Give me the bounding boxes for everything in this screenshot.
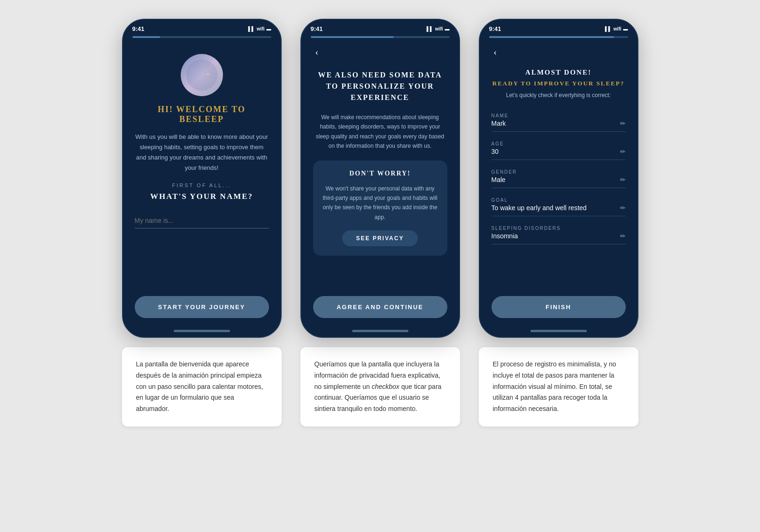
time-1: 9:41 (132, 25, 145, 32)
phone-2: 9:41 ▌▌ wifi ▬ ‹ WE ALSO NEED SOME DATA … (300, 19, 460, 338)
field-label-gender: GENDER (491, 169, 620, 175)
screen2-title: WE ALSO NEED SOME DATA TO PERSONALIZE YO… (313, 69, 447, 103)
phone-2-wrapper: 9:41 ▌▌ wifi ▬ ‹ WE ALSO NEED SOME DATA … (300, 19, 460, 426)
field-value-gender: Male (491, 176, 620, 183)
name-input[interactable] (135, 213, 269, 228)
home-bar-1 (174, 330, 230, 332)
edit-age-icon[interactable]: ✏ (620, 148, 626, 156)
progress-fill-3 (489, 36, 614, 38)
summary-field-age: AGE 30 ✏ (491, 137, 626, 160)
description-text-2: Queríamos que la pantalla que incluyera … (315, 359, 446, 415)
home-indicator-3 (480, 327, 637, 337)
edit-goal-icon[interactable]: ✏ (620, 204, 626, 212)
see-privacy-button[interactable]: SEE PRIVACY (342, 230, 418, 246)
status-icons-2: ▌▌ wifi ▬ (427, 26, 450, 31)
summary-field-goal: GOAL To wake up early and well rested ✏ (491, 194, 626, 216)
summary-field-gender: GENDER Male ✏ (491, 166, 626, 188)
field-label-goal: GOAL (491, 198, 620, 203)
home-indicator-1 (123, 327, 281, 337)
progress-container-2 (301, 34, 459, 40)
phone-1: 9:41 ▌▌ wifi ▬ (122, 19, 282, 338)
field-label-age: AGE (491, 141, 620, 146)
description-text-1: La pantalla de bienvenida que aparece de… (136, 359, 268, 415)
status-icons-3: ▌▌ wifi ▬ (605, 26, 628, 31)
notch-3 (528, 20, 589, 32)
home-bar-3 (530, 330, 587, 332)
time-3: 9:41 (489, 25, 501, 32)
screen2-desc: We will make recommendations about sleep… (313, 113, 447, 151)
progress-fill-1 (132, 36, 160, 38)
phone-1-content: HI! WELCOME TO BESLEEP With us you will … (123, 40, 281, 327)
description-text-3: El proceso de registro es minimalista, y… (493, 359, 624, 415)
field-value-age: 30 (491, 148, 620, 155)
svg-point-0 (186, 60, 217, 91)
phone-3-content: ‹ ALMOST DONE! READY TO IMPROVE YOUR SLE… (480, 40, 637, 327)
field-value-name: Mark (491, 120, 620, 127)
field-label-disorders: SLEEPING DISORDERS (491, 226, 620, 231)
progress-container-3 (480, 34, 637, 40)
description-card-3: El proceso de registro es minimalista, y… (479, 347, 638, 426)
summary-field-disorders: SLEEPING DISORDERS Insomnia ✏ (491, 222, 626, 244)
field-label-name: NAME (491, 113, 620, 118)
screen3-subtitle: READY TO IMPROVE YOUR SLEEP? (492, 80, 624, 87)
big-question: WHAT'S YOUR NAME? (150, 192, 253, 201)
privacy-box-text: We won't share your personal data with a… (322, 184, 438, 222)
home-indicator-2 (301, 327, 459, 337)
edit-name-icon[interactable]: ✏ (620, 120, 626, 128)
back-button-3[interactable]: ‹ (491, 45, 499, 60)
phone-3-wrapper: 9:41 ▌▌ wifi ▬ ‹ ALMOST DONE! READY TO I… (479, 19, 638, 426)
notch-2 (350, 20, 411, 32)
status-icons-1: ▌▌ wifi ▬ (248, 26, 271, 31)
notch-1 (171, 20, 232, 32)
phone-3: 9:41 ▌▌ wifi ▬ ‹ ALMOST DONE! READY TO I… (479, 19, 638, 338)
welcome-title: HI! WELCOME TO BESLEEP (135, 105, 269, 124)
moon-icon (185, 59, 218, 91)
progress-fill-2 (311, 36, 394, 38)
field-value-goal: To wake up early and well rested (491, 204, 620, 212)
progress-container-1 (123, 34, 281, 40)
edit-gender-icon[interactable]: ✏ (620, 176, 626, 184)
privacy-box-title: DON'T WORRY! (322, 170, 438, 177)
summary-field-name: NAME Mark ✏ (491, 109, 626, 132)
progress-bar-1 (132, 36, 271, 38)
start-journey-button[interactable]: START YOUR JOURNEY (135, 296, 269, 318)
phone-2-content: ‹ WE ALSO NEED SOME DATA TO PERSONALIZE … (301, 40, 459, 327)
field-value-disorders: Insomnia (491, 232, 620, 240)
phone-1-wrapper: 9:41 ▌▌ wifi ▬ (122, 19, 282, 426)
finish-button[interactable]: FINISH (491, 296, 626, 318)
screen3-desc: Let's quickly check if evertyhing is cor… (506, 91, 611, 100)
screen3-title: ALMOST DONE! (525, 67, 591, 78)
progress-bar-2 (311, 36, 450, 38)
time-2: 9:41 (311, 25, 323, 32)
welcome-desc: With us you will be able to know more ab… (135, 132, 269, 173)
section-label: FIRST OF ALL... (172, 182, 231, 188)
moon-logo (181, 54, 223, 96)
description-card-1: La pantalla de bienvenida que aparece de… (122, 347, 282, 426)
home-bar-2 (352, 330, 408, 332)
edit-disorders-icon[interactable]: ✏ (620, 232, 626, 240)
progress-bar-3 (489, 36, 628, 38)
privacy-box: DON'T WORRY! We won't share your persona… (313, 160, 447, 256)
description-card-2: Queríamos que la pantalla que incluyera … (300, 347, 460, 426)
agree-continue-button[interactable]: AGREE AND CONTINUE (313, 296, 447, 318)
back-button-2[interactable]: ‹ (313, 45, 321, 60)
